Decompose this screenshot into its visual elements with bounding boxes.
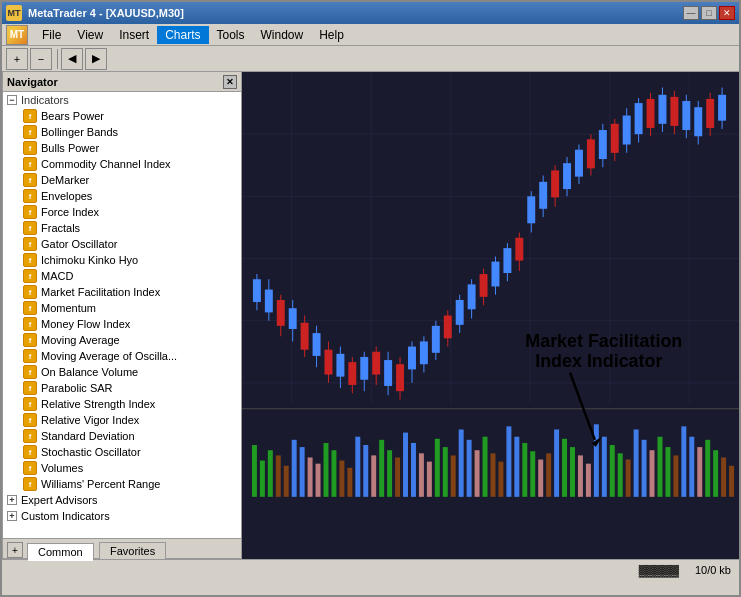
svg-rect-108 (371, 455, 376, 496)
svg-rect-129 (538, 460, 543, 497)
navigator-close-button[interactable]: ✕ (223, 75, 237, 89)
navigator-header: Navigator ✕ (3, 72, 241, 92)
nav-item-rsi[interactable]: f Relative Strength Index (3, 396, 241, 412)
indicator-icon: f (23, 157, 37, 171)
ci-toggle[interactable]: + (7, 511, 17, 521)
nav-item-mao[interactable]: f Moving Average of Oscilla... (3, 348, 241, 364)
toolbar-btn-4[interactable]: ▶ (85, 48, 107, 70)
title-bar-title: MetaTrader 4 - [XAUUSD,M30] (28, 7, 184, 19)
nav-item-volumes[interactable]: f Volumes (3, 460, 241, 476)
svg-rect-141 (634, 429, 639, 496)
toolbar-btn-3[interactable]: ◀ (61, 48, 83, 70)
menu-help[interactable]: Help (311, 26, 352, 44)
nav-item-force-index[interactable]: f Force Index (3, 204, 241, 220)
menu-tools[interactable]: Tools (209, 26, 253, 44)
svg-rect-35 (384, 360, 392, 386)
indicator-icon: f (23, 221, 37, 235)
nav-item-label: Momentum (41, 302, 96, 314)
chart-area[interactable]: Market Facilitation Index Indicator (242, 72, 739, 559)
svg-rect-39 (408, 347, 416, 370)
menu-file[interactable]: File (34, 26, 69, 44)
svg-rect-130 (546, 453, 551, 497)
menu-bar: MT File View Insert Charts Tools Window … (2, 24, 739, 46)
svg-rect-139 (618, 453, 623, 497)
custom-indicators-header[interactable]: + Custom Indicators (3, 508, 241, 524)
ea-toggle[interactable]: + (7, 495, 17, 505)
title-bar: MT MetaTrader 4 - [XAUUSD,M30] — □ ✕ (2, 2, 739, 24)
nav-item-wpr[interactable]: f Williams' Percent Range (3, 476, 241, 492)
menu-view[interactable]: View (69, 26, 111, 44)
nav-item-ichimoku[interactable]: f Ichimoku Kinko Hyo (3, 252, 241, 268)
svg-rect-106 (355, 437, 360, 497)
app-icon: MT (6, 5, 22, 21)
indicator-icon: f (23, 429, 37, 443)
nav-item-label: Money Flow Index (41, 318, 130, 330)
close-button[interactable]: ✕ (719, 6, 735, 20)
svg-rect-96 (276, 455, 281, 496)
indicator-icon: f (23, 301, 37, 315)
svg-rect-149 (697, 447, 702, 497)
nav-item-demarker[interactable]: f DeMarker (3, 172, 241, 188)
indicators-section-header[interactable]: − Indicators (3, 92, 241, 108)
minimize-button[interactable]: — (683, 6, 699, 20)
nav-item-macd[interactable]: f MACD (3, 268, 241, 284)
nav-item-envelopes[interactable]: f Envelopes (3, 188, 241, 204)
svg-rect-85 (682, 101, 690, 130)
svg-rect-53 (491, 262, 499, 287)
indicator-icon: f (23, 477, 37, 491)
custom-indicators-section: + Custom Indicators (3, 508, 241, 524)
nav-item-bears-power[interactable]: f Bears Power (3, 108, 241, 124)
svg-rect-142 (642, 440, 647, 497)
nav-item-bollinger-bands[interactable]: f Bollinger Bands (3, 124, 241, 140)
menu-window[interactable]: Window (253, 26, 312, 44)
svg-rect-89 (706, 99, 714, 128)
indicators-toggle[interactable]: − (7, 95, 17, 105)
svg-rect-77 (635, 103, 643, 134)
indicators-section: − Indicators f Bears Power f Bollinger B… (3, 92, 241, 492)
nav-item-money-flow[interactable]: f Money Flow Index (3, 316, 241, 332)
nav-item-fractals[interactable]: f Fractals (3, 220, 241, 236)
menu-charts[interactable]: Charts (157, 26, 208, 44)
nav-item-bulls-power[interactable]: f Bulls Power (3, 140, 241, 156)
nav-item-label: Standard Deviation (41, 430, 135, 442)
nav-add-button[interactable]: + (7, 542, 23, 558)
nav-item-rvi[interactable]: f Relative Vigor Index (3, 412, 241, 428)
svg-rect-118 (451, 455, 456, 496)
svg-rect-37 (396, 364, 404, 391)
nav-item-label: Relative Strength Index (41, 398, 155, 410)
nav-item-gator[interactable]: f Gator Oscillator (3, 236, 241, 252)
nav-item-momentum[interactable]: f Momentum (3, 300, 241, 316)
svg-rect-55 (503, 248, 511, 273)
nav-item-stochastic[interactable]: f Stochastic Oscillator (3, 444, 241, 460)
tab-common[interactable]: Common (27, 543, 94, 561)
menu-items: File View Insert Charts Tools Window Hel… (34, 26, 352, 44)
navigator-title: Navigator (7, 76, 58, 88)
expert-advisors-header[interactable]: + Expert Advisors (3, 492, 241, 508)
indicator-icon: f (23, 397, 37, 411)
svg-rect-94 (260, 461, 265, 497)
nav-item-mfi[interactable]: f Market Facilitation Index (3, 284, 241, 300)
indicator-icon: f (23, 237, 37, 251)
nav-item-ma[interactable]: f Moving Average (3, 332, 241, 348)
navigator-content[interactable]: − Indicators f Bears Power f Bollinger B… (3, 92, 241, 538)
svg-rect-29 (348, 362, 356, 385)
tab-favorites[interactable]: Favorites (99, 542, 166, 559)
svg-text:Market Facilitation: Market Facilitation (525, 329, 682, 350)
nav-item-sar[interactable]: f Parabolic SAR (3, 380, 241, 396)
menu-insert[interactable]: Insert (111, 26, 157, 44)
toolbar-btn-2[interactable]: − (30, 48, 52, 70)
svg-rect-143 (650, 450, 655, 497)
nav-item-obv[interactable]: f On Balance Volume (3, 364, 241, 380)
indicator-icon: f (23, 365, 37, 379)
maximize-button[interactable]: □ (701, 6, 717, 20)
nav-item-cci[interactable]: f Commodity Channel Index (3, 156, 241, 172)
svg-rect-137 (602, 437, 607, 497)
nav-item-std-dev[interactable]: f Standard Deviation (3, 428, 241, 444)
svg-rect-43 (432, 326, 440, 353)
svg-rect-98 (292, 440, 297, 497)
svg-rect-59 (527, 196, 535, 223)
indicator-icon: f (23, 205, 37, 219)
indicator-icon: f (23, 125, 37, 139)
toolbar-btn-1[interactable]: + (6, 48, 28, 70)
svg-rect-23 (313, 333, 321, 356)
